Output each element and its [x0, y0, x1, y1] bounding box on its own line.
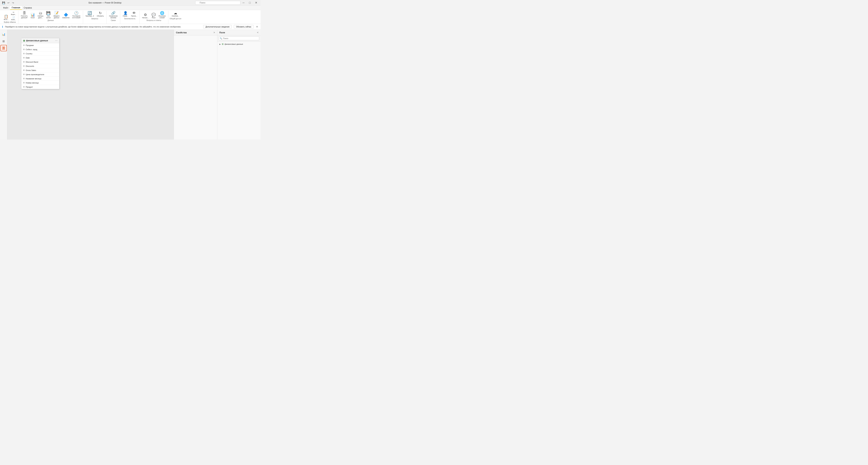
field-name: Country: [26, 53, 32, 55]
properties-panel-header: Свойства >: [174, 30, 217, 35]
fields-search-icon: 🔍: [220, 37, 222, 40]
field-row[interactable]: ⊞ Цена производителя: [21, 72, 59, 76]
ribbon-btn-transform[interactable]: 🔄 Преобра...▾: [85, 11, 95, 18]
properties-panel: Свойства > Выберите один или несколько о…: [174, 30, 217, 139]
field-row[interactable]: ⊞ Продажи: [21, 43, 59, 47]
fields-panel: Поля < 🔍 ▶ ⊞ финансовые данные: [217, 30, 261, 139]
share-label: Общий доступ: [170, 18, 181, 20]
field-name: Продукт: [26, 86, 33, 88]
menu-file[interactable]: Файл: [1, 6, 10, 9]
svg-rect-0: [2, 47, 3, 47]
undo-icon[interactable]: ↩: [7, 1, 10, 4]
field-name: Продажи: [26, 44, 34, 46]
minimize-button[interactable]: ─: [240, 0, 247, 5]
ribbon-btn-language-schema[interactable]: 🌐 Языковаясхема▾: [158, 11, 167, 19]
ribbon-btn-enter-data[interactable]: 📝 Введитеданные: [53, 11, 61, 19]
ribbon-group-queries: 🔄 Преобра...▾ ↻ Обновить Запросы: [83, 11, 106, 24]
fields-search-wrap: 🔍: [219, 36, 259, 40]
properties-empty-message: Выберите один или несколько объектов мод…: [174, 35, 217, 139]
ribbon-btn-get-data[interactable]: 🗄 Получитьданные▾: [20, 11, 29, 19]
svg-rect-3: [4, 48, 5, 49]
field-row[interactable]: ⊞ Gross Sales: [21, 68, 59, 72]
ribbon-group-qa: ⚙ Настро... 💬 Язык 🌐 Языковаясхема▾ Вопр…: [140, 11, 168, 24]
field-row[interactable]: ⊞ Country: [21, 52, 59, 56]
fields-panel-header: Поля <: [217, 30, 261, 35]
fields-tree-item[interactable]: ▶ ⊞ финансовые данные: [217, 42, 261, 46]
field-icon: ⊞: [23, 69, 25, 71]
field-row[interactable]: ⊞ Date: [21, 56, 59, 60]
ribbon-btn-recent[interactable]: 🕐 Последниеисточники▾: [71, 11, 82, 19]
table-icon: ⊞: [23, 39, 25, 42]
field-icon: ⊞: [23, 44, 25, 46]
field-icon: ⊞: [23, 86, 25, 88]
relations-label: Связи: [111, 20, 116, 21]
fields-search-input[interactable]: [219, 36, 259, 40]
table-card-menu-icon[interactable]: ⋯: [55, 39, 58, 42]
field-icon: ⊞: [23, 77, 25, 80]
redo-icon[interactable]: ↪: [11, 1, 15, 4]
model-view-icon[interactable]: [1, 45, 7, 51]
field-row[interactable]: ⊞ Продукт: [21, 85, 59, 89]
more-info-button[interactable]: Дополнительные сведения: [203, 25, 232, 29]
title-search-input[interactable]: [195, 1, 240, 5]
field-icon: ⊞: [23, 53, 25, 55]
ribbon-group-share: ☁ Опублик... Общий доступ: [168, 11, 183, 24]
save-icon[interactable]: 💾: [1, 1, 6, 4]
ribbon-btn-dataverse[interactable]: 🔷 Dataverse: [61, 12, 70, 19]
field-row[interactable]: ⊞ Название месяца: [21, 76, 59, 81]
field-row[interactable]: ⊞ Себест. прод.: [21, 47, 59, 52]
menu-home[interactable]: Главная: [10, 6, 22, 10]
field-name: Название месяца: [26, 77, 41, 80]
ribbon-btn-datasets[interactable]: 🗂 Наборыданн...: [37, 11, 44, 19]
svg-rect-1: [4, 47, 5, 47]
notification-bar: ℹ Перейдите на новое представление модел…: [0, 24, 260, 30]
right-panel: Свойства > Выберите один или несколько о…: [174, 30, 260, 139]
field-name: Цена производителя: [26, 73, 44, 75]
field-name: Gross Sales: [26, 69, 36, 71]
close-button[interactable]: ✕: [253, 0, 259, 5]
field-icon: ⊞: [23, 57, 25, 59]
field-icon: ⊞: [23, 73, 25, 75]
table-view-icon[interactable]: ⊞: [1, 38, 7, 44]
canvas-area[interactable]: ⊞ финансовые данные ⋯ ⊞ Продажи ⊞ Себест…: [7, 30, 174, 139]
fields-collapse-icon[interactable]: <: [257, 31, 258, 34]
maximize-button[interactable]: □: [247, 0, 253, 5]
ribbon-btn-manage-relations[interactable]: 🔗 Управлениесвязями: [108, 11, 119, 19]
properties-expand-icon[interactable]: >: [214, 31, 215, 34]
ribbon-btn-paste[interactable]: 📋 Вста...: [3, 14, 9, 21]
fields-search-bar: 🔍: [217, 35, 261, 41]
table-card-financial[interactable]: ⊞ финансовые данные ⋯ ⊞ Продажи ⊞ Себест…: [21, 38, 59, 89]
security-label: Безопасность: [124, 18, 135, 20]
svg-rect-2: [2, 48, 3, 49]
field-row[interactable]: ⊞ Discount Band: [21, 60, 59, 64]
report-view-icon[interactable]: 📊: [1, 31, 7, 37]
tree-expand-icon: ▶: [219, 43, 221, 45]
ribbon-btn-refresh[interactable]: ↻ Обновить: [96, 11, 105, 18]
ribbon-group-clipboard: 📋 Вста... ✂ Выре... 📄 Копи... Буфер обме…: [1, 11, 19, 24]
update-now-button[interactable]: Обновить сейчас: [234, 25, 254, 29]
table-card-title: ⊞ финансовые данные: [23, 39, 48, 42]
ribbon-btn-manage-roles[interactable]: 👤 Управ...: [122, 11, 129, 18]
field-name: Discounts: [26, 65, 34, 67]
ribbon-group-relations: 🔗 Управлениесвязями Связи: [106, 11, 120, 24]
ribbon-btn-language[interactable]: 💬 Язык: [150, 12, 157, 19]
ribbon-btn-cut[interactable]: ✂ Выре...: [10, 11, 17, 15]
ribbon-btn-publish[interactable]: ☁ Опублик...: [171, 11, 180, 18]
ribbon-btn-sql[interactable]: 💾 SQLServer: [45, 11, 52, 19]
field-name: Date: [26, 57, 30, 59]
ribbon-btn-excel[interactable]: 📊 Excel: [30, 12, 36, 19]
table-card-header: ⊞ финансовые данные ⋯: [21, 38, 59, 43]
notification-close-icon[interactable]: ✕: [256, 25, 258, 29]
field-name: Номер месяца: [26, 82, 38, 84]
field-icon: ⊞: [23, 61, 25, 63]
field-row[interactable]: ⊞ Номер месяца: [21, 81, 59, 85]
data-label: Данные: [48, 20, 54, 21]
field-icon: ⊞: [23, 48, 25, 51]
ribbon-btn-qa-settings[interactable]: ⚙ Настро...: [141, 12, 150, 19]
field-row[interactable]: ⊞ Discounts: [21, 64, 59, 68]
ribbon-btn-copy[interactable]: 📄 Копи...: [10, 16, 17, 21]
ribbon-btn-view-as[interactable]: 👁 Просм...: [130, 11, 138, 18]
ribbon-group-data: 🗄 Получитьданные▾ 📊 Excel 🗂 Наборыданн..…: [19, 11, 83, 24]
menu-help[interactable]: Справка: [22, 6, 33, 9]
ribbon-group-security: 👤 Управ... 👁 Просм... Безопасность: [120, 11, 140, 24]
